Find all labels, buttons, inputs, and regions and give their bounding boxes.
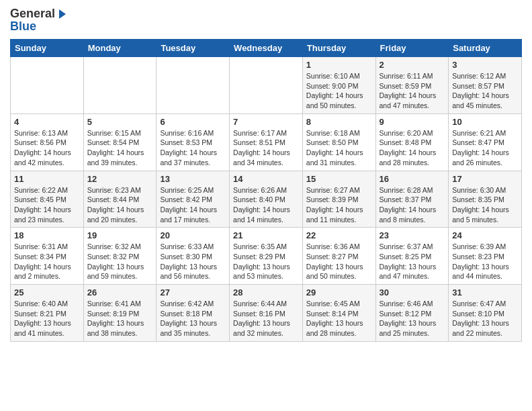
cell-info-text: Sunrise: 6:32 AMSunset: 8:32 PMDaylight:… [87, 242, 153, 281]
calendar-cell: 8Sunrise: 6:18 AMSunset: 8:50 PMDaylight… [302, 113, 375, 171]
cell-info-text: Sunrise: 6:11 AMSunset: 8:59 PMDaylight:… [380, 71, 445, 111]
cell-date-number: 2 [380, 60, 445, 70]
cell-info-text: Sunrise: 6:46 AMSunset: 8:12 PMDaylight:… [380, 299, 445, 338]
calendar-cell: 13Sunrise: 6:25 AMSunset: 8:42 PMDayligh… [157, 171, 230, 228]
calendar-cell [157, 57, 230, 114]
cell-date-number: 26 [87, 287, 153, 298]
cell-info-text: Sunrise: 6:17 AMSunset: 8:51 PMDaylight:… [233, 128, 299, 168]
day-header-row: SundayMondayTuesdayWednesdayThursdayFrid… [11, 40, 522, 57]
calendar-cell: 25Sunrise: 6:40 AMSunset: 8:21 PMDayligh… [11, 285, 84, 342]
calendar-cell: 1Sunrise: 6:10 AMSunset: 9:00 PMDaylight… [302, 57, 375, 114]
calendar-cell: 17Sunrise: 6:30 AMSunset: 8:35 PMDayligh… [449, 171, 522, 228]
cell-date-number: 22 [306, 230, 372, 240]
cell-date-number: 30 [380, 287, 445, 298]
cell-info-text: Sunrise: 6:25 AMSunset: 8:42 PMDaylight:… [160, 185, 226, 225]
cell-info-text: Sunrise: 6:33 AMSunset: 8:30 PMDaylight:… [160, 242, 226, 281]
cell-date-number: 13 [160, 174, 226, 184]
day-header-thursday: Thursday [302, 40, 375, 57]
cell-date-number: 19 [87, 230, 153, 240]
cell-date-number: 4 [14, 117, 80, 127]
cell-date-number: 12 [87, 174, 153, 184]
cell-date-number: 20 [160, 230, 226, 240]
cell-date-number: 21 [233, 230, 299, 240]
cell-info-text: Sunrise: 6:28 AMSunset: 8:37 PMDaylight:… [380, 185, 445, 225]
calendar-week-3: 11Sunrise: 6:22 AMSunset: 8:45 PMDayligh… [11, 171, 522, 228]
cell-date-number: 28 [233, 287, 299, 298]
cell-date-number: 25 [14, 287, 80, 298]
cell-info-text: Sunrise: 6:12 AMSunset: 8:57 PMDaylight:… [452, 71, 518, 111]
calendar-cell: 9Sunrise: 6:20 AMSunset: 8:48 PMDaylight… [375, 113, 449, 171]
calendar-body: 1Sunrise: 6:10 AMSunset: 9:00 PMDaylight… [11, 57, 522, 342]
logo-general-text: General [10, 7, 55, 21]
cell-info-text: Sunrise: 6:41 AMSunset: 8:19 PMDaylight:… [87, 299, 153, 338]
cell-info-text: Sunrise: 6:23 AMSunset: 8:44 PMDaylight:… [87, 185, 153, 225]
cell-info-text: Sunrise: 6:36 AMSunset: 8:27 PMDaylight:… [306, 242, 372, 281]
day-header-tuesday: Tuesday [157, 40, 230, 57]
cell-info-text: Sunrise: 6:27 AMSunset: 8:39 PMDaylight:… [306, 185, 372, 225]
cell-date-number: 3 [452, 60, 518, 70]
calendar-week-5: 25Sunrise: 6:40 AMSunset: 8:21 PMDayligh… [11, 285, 522, 342]
calendar-cell: 28Sunrise: 6:44 AMSunset: 8:16 PMDayligh… [230, 285, 303, 342]
calendar-cell: 18Sunrise: 6:31 AMSunset: 8:34 PMDayligh… [11, 228, 84, 285]
day-header-sunday: Sunday [11, 40, 84, 57]
cell-date-number: 24 [452, 230, 518, 240]
calendar-cell: 2Sunrise: 6:11 AMSunset: 8:59 PMDaylight… [375, 57, 449, 114]
calendar-cell: 29Sunrise: 6:45 AMSunset: 8:14 PMDayligh… [302, 285, 375, 342]
header: General Blue [10, 7, 522, 34]
cell-info-text: Sunrise: 6:26 AMSunset: 8:40 PMDaylight:… [233, 185, 299, 225]
day-header-friday: Friday [375, 40, 449, 57]
cell-info-text: Sunrise: 6:39 AMSunset: 8:23 PMDaylight:… [452, 242, 518, 281]
calendar-cell: 10Sunrise: 6:21 AMSunset: 8:47 PMDayligh… [449, 113, 522, 171]
calendar-week-1: 1Sunrise: 6:10 AMSunset: 9:00 PMDaylight… [11, 57, 522, 114]
cell-date-number: 1 [306, 60, 372, 70]
cell-info-text: Sunrise: 6:45 AMSunset: 8:14 PMDaylight:… [306, 299, 372, 338]
calendar-cell: 30Sunrise: 6:46 AMSunset: 8:12 PMDayligh… [375, 285, 449, 342]
cell-info-text: Sunrise: 6:13 AMSunset: 8:56 PMDaylight:… [14, 128, 80, 168]
calendar-cell: 19Sunrise: 6:32 AMSunset: 8:32 PMDayligh… [83, 228, 157, 285]
cell-info-text: Sunrise: 6:18 AMSunset: 8:50 PMDaylight:… [306, 128, 372, 168]
cell-date-number: 10 [452, 117, 518, 127]
calendar-header: SundayMondayTuesdayWednesdayThursdayFrid… [11, 40, 522, 57]
calendar-cell: 5Sunrise: 6:15 AMSunset: 8:54 PMDaylight… [83, 113, 157, 171]
cell-info-text: Sunrise: 6:22 AMSunset: 8:45 PMDaylight:… [14, 185, 80, 225]
calendar-cell: 23Sunrise: 6:37 AMSunset: 8:25 PMDayligh… [375, 228, 449, 285]
calendar-cell: 24Sunrise: 6:39 AMSunset: 8:23 PMDayligh… [449, 228, 522, 285]
calendar-cell [83, 57, 157, 114]
day-header-monday: Monday [83, 40, 157, 57]
cell-info-text: Sunrise: 6:44 AMSunset: 8:16 PMDaylight:… [233, 299, 299, 338]
cell-date-number: 17 [452, 174, 518, 184]
calendar-week-2: 4Sunrise: 6:13 AMSunset: 8:56 PMDaylight… [11, 113, 522, 171]
cell-date-number: 14 [233, 174, 299, 184]
calendar-cell: 15Sunrise: 6:27 AMSunset: 8:39 PMDayligh… [302, 171, 375, 228]
calendar-cell [11, 57, 84, 114]
cell-info-text: Sunrise: 6:15 AMSunset: 8:54 PMDaylight:… [87, 128, 153, 168]
cell-date-number: 31 [452, 287, 518, 298]
logo: General Blue [10, 7, 69, 34]
calendar-cell: 11Sunrise: 6:22 AMSunset: 8:45 PMDayligh… [11, 171, 84, 228]
calendar-cell: 31Sunrise: 6:47 AMSunset: 8:10 PMDayligh… [449, 285, 522, 342]
cell-date-number: 9 [380, 117, 445, 127]
cell-info-text: Sunrise: 6:21 AMSunset: 8:47 PMDaylight:… [452, 128, 518, 168]
calendar-cell: 21Sunrise: 6:35 AMSunset: 8:29 PMDayligh… [230, 228, 303, 285]
calendar-cell: 6Sunrise: 6:16 AMSunset: 8:53 PMDaylight… [157, 113, 230, 171]
logo-arrow-icon [56, 8, 69, 20]
calendar-cell: 26Sunrise: 6:41 AMSunset: 8:19 PMDayligh… [83, 285, 157, 342]
cell-info-text: Sunrise: 6:37 AMSunset: 8:25 PMDaylight:… [380, 242, 445, 281]
calendar-week-4: 18Sunrise: 6:31 AMSunset: 8:34 PMDayligh… [11, 228, 522, 285]
cell-date-number: 18 [14, 230, 80, 240]
calendar-cell [230, 57, 303, 114]
calendar-cell: 16Sunrise: 6:28 AMSunset: 8:37 PMDayligh… [375, 171, 449, 228]
calendar-cell: 7Sunrise: 6:17 AMSunset: 8:51 PMDaylight… [230, 113, 303, 171]
cell-info-text: Sunrise: 6:47 AMSunset: 8:10 PMDaylight:… [452, 299, 518, 338]
day-header-saturday: Saturday [449, 40, 522, 57]
logo-blue-text: Blue [10, 19, 36, 34]
cell-date-number: 5 [87, 117, 153, 127]
cell-info-text: Sunrise: 6:31 AMSunset: 8:34 PMDaylight:… [14, 242, 80, 281]
cell-date-number: 23 [380, 230, 445, 240]
calendar-cell: 27Sunrise: 6:42 AMSunset: 8:18 PMDayligh… [157, 285, 230, 342]
cell-date-number: 8 [306, 117, 372, 127]
calendar-cell: 4Sunrise: 6:13 AMSunset: 8:56 PMDaylight… [11, 113, 84, 171]
cell-info-text: Sunrise: 6:16 AMSunset: 8:53 PMDaylight:… [160, 128, 226, 168]
cell-date-number: 7 [233, 117, 299, 127]
cell-date-number: 27 [160, 287, 226, 298]
